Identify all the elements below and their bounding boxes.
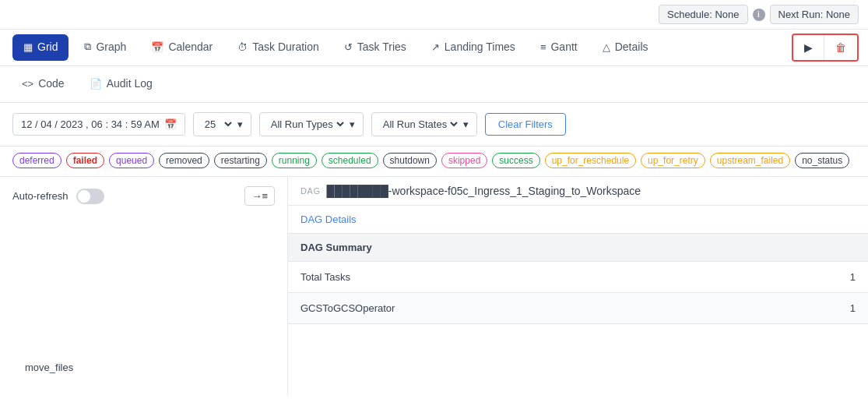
tab-calendar[interactable]: 📅 Calendar bbox=[139, 30, 225, 65]
grid-icon: ▦ bbox=[23, 41, 33, 53]
graph-icon: ⧉ bbox=[84, 41, 91, 53]
auto-refresh-row: Auto-refresh →≡ bbox=[12, 186, 275, 206]
next-run-badge: Next Run: None bbox=[770, 5, 859, 24]
dag-row-value: 1 bbox=[850, 271, 856, 283]
badge-skipped[interactable]: skipped bbox=[441, 153, 487, 168]
tab-audit-log[interactable]: 📄 Audit Log bbox=[77, 66, 165, 102]
dag-name: ████████-workspace-f05c_Ingress_1_Stagin… bbox=[327, 185, 641, 197]
run-types-dropdown[interactable]: All Run Types bbox=[268, 118, 346, 131]
code-icon: <> bbox=[22, 78, 33, 90]
gantt-icon: ≡ bbox=[540, 41, 546, 53]
count-dropdown[interactable]: 25 50 100 bbox=[202, 118, 234, 131]
chevron-down-icon: ▾ bbox=[463, 118, 469, 130]
date-filter[interactable]: 12 / 04 / 2023 , 06 : 34 : 59 AM 📅 bbox=[12, 113, 185, 136]
badge-shutdown[interactable]: shutdown bbox=[383, 153, 437, 168]
badge-up_for_retry[interactable]: up_for_retry bbox=[641, 153, 705, 168]
left-panel: Auto-refresh →≡ move_files bbox=[0, 177, 288, 395]
tab-details[interactable]: △ Details bbox=[590, 30, 661, 65]
landing-times-icon: ↗ bbox=[431, 41, 440, 53]
tab-graph[interactable]: ⧉ Graph bbox=[72, 30, 139, 65]
play-button[interactable]: ▶ bbox=[793, 35, 824, 60]
clear-filters-button[interactable]: Clear Filters bbox=[485, 113, 566, 136]
tab-task-duration[interactable]: ⏱ Task Duration bbox=[225, 30, 332, 65]
badge-upstream_failed[interactable]: upstream_failed bbox=[710, 153, 790, 168]
dag-row-key: Total Tasks bbox=[300, 271, 850, 283]
badge-up_for_reschedule[interactable]: up_for_reschedule bbox=[545, 153, 636, 168]
run-types-select[interactable]: All Run Types ▾ bbox=[259, 112, 364, 136]
trash-icon: 🗑 bbox=[835, 41, 846, 54]
top-bar: Schedule: None i Next Run: None bbox=[0, 0, 868, 30]
details-icon: △ bbox=[603, 41, 610, 53]
delete-button[interactable]: 🗑 bbox=[824, 35, 857, 60]
badge-no_status[interactable]: no_status bbox=[795, 153, 849, 168]
badge-deferred[interactable]: deferred bbox=[12, 153, 61, 168]
play-icon: ▶ bbox=[804, 41, 813, 54]
run-states-dropdown[interactable]: All Run States bbox=[380, 118, 460, 131]
date-value: 12 / 04 / 2023 , 06 : 34 : 59 AM bbox=[21, 118, 160, 130]
dag-summary-header: DAG Summary bbox=[288, 233, 868, 262]
calendar-icon: 📅 bbox=[151, 41, 163, 53]
tab-grid[interactable]: ▦ Grid bbox=[12, 34, 69, 61]
tab-gantt[interactable]: ≡ Gantt bbox=[528, 30, 590, 65]
filter-bar: 12 / 04 / 2023 , 06 : 34 : 59 AM 📅 25 50… bbox=[0, 103, 868, 146]
audit-log-icon: 📄 bbox=[90, 78, 102, 90]
dag-details-link[interactable]: DAG Details bbox=[288, 206, 868, 233]
dag-title-row: DAG ████████-workspace-f05c_Ingress_1_St… bbox=[288, 177, 868, 206]
chevron-down-icon: ▾ bbox=[237, 118, 243, 130]
auto-refresh-label: Auto-refresh bbox=[12, 190, 69, 202]
chevron-down-icon: ▾ bbox=[350, 118, 355, 130]
badge-success[interactable]: success bbox=[492, 153, 539, 168]
main-content: Auto-refresh →≡ move_files DAG ████████-… bbox=[0, 177, 868, 395]
schedule-badge: Schedule: None bbox=[659, 5, 748, 24]
badge-scheduled[interactable]: scheduled bbox=[322, 153, 378, 168]
tab-task-tries[interactable]: ↺ Task Tries bbox=[332, 30, 419, 65]
schedule-info: Schedule: None i Next Run: None bbox=[659, 5, 859, 24]
dag-row-value: 1 bbox=[850, 302, 856, 314]
count-select[interactable]: 25 50 100 ▾ bbox=[193, 112, 251, 136]
dag-summary-table: Total Tasks1GCSToGCSOperator1 bbox=[288, 262, 868, 324]
calendar-icon: 📅 bbox=[164, 118, 177, 130]
expand-icon: →≡ bbox=[251, 190, 268, 202]
dag-summary-row: Total Tasks1 bbox=[288, 262, 868, 293]
schedule-info-icon[interactable]: i bbox=[753, 9, 765, 21]
move-files-label: move_files bbox=[25, 362, 73, 373]
nav-tabs-row1: ▦ Grid ⧉ Graph 📅 Calendar ⏱ Task Duratio… bbox=[0, 30, 868, 66]
nav-actions: ▶ 🗑 bbox=[792, 34, 859, 62]
nav-tabs-row2: <> Code 📄 Audit Log bbox=[0, 66, 868, 103]
state-badges-bar: deferredfailedqueuedremovedrestartingrun… bbox=[0, 146, 868, 177]
tab-code[interactable]: <> Code bbox=[9, 66, 77, 102]
dag-summary-row: GCSToGCSOperator1 bbox=[288, 293, 868, 324]
run-states-select[interactable]: All Run States ▾ bbox=[371, 112, 477, 136]
right-panel: DAG ████████-workspace-f05c_Ingress_1_St… bbox=[288, 177, 868, 395]
expand-button[interactable]: →≡ bbox=[244, 186, 275, 206]
dag-label: DAG bbox=[300, 186, 321, 196]
task-tries-icon: ↺ bbox=[344, 41, 353, 53]
tab-landing-times[interactable]: ↗ Landing Times bbox=[419, 30, 528, 65]
task-duration-icon: ⏱ bbox=[237, 41, 248, 53]
badge-removed[interactable]: removed bbox=[159, 153, 209, 168]
auto-refresh-toggle[interactable] bbox=[76, 189, 104, 204]
badge-running[interactable]: running bbox=[272, 153, 317, 168]
dag-row-key: GCSToGCSOperator bbox=[300, 302, 850, 314]
badge-queued[interactable]: queued bbox=[109, 153, 154, 168]
badge-restarting[interactable]: restarting bbox=[214, 153, 267, 168]
badge-failed[interactable]: failed bbox=[66, 153, 104, 168]
